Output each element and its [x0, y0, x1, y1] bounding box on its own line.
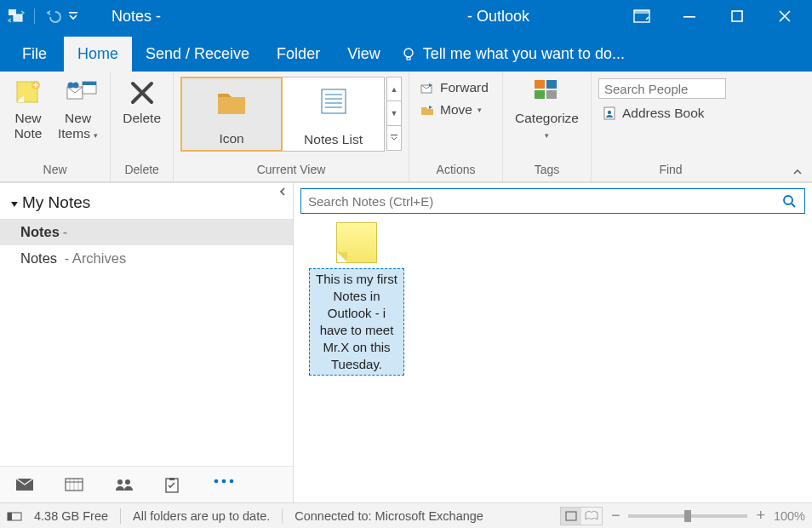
new-note-label: New Note — [14, 111, 43, 141]
svg-rect-1 — [14, 14, 22, 21]
nav-header[interactable]: My Notes — [0, 183, 293, 219]
zoom-out-button[interactable]: − — [611, 507, 620, 525]
move-label: Move — [440, 102, 472, 118]
nav-folder-notes-archives[interactable]: Notes - Archives — [0, 245, 293, 272]
view-notes-list-option[interactable]: Notes List — [283, 77, 385, 152]
new-items-icon — [64, 78, 98, 107]
calendar-module-icon[interactable] — [65, 477, 83, 492]
note-item[interactable]: This is my first Notes in Outlook - i ha… — [309, 222, 404, 376]
status-free-space: 4.38 GB Free — [34, 509, 108, 523]
svg-point-28 — [608, 111, 611, 114]
group-label-tags: Tags — [503, 161, 591, 181]
minimize-button[interactable] — [678, 4, 701, 28]
ribbon-group-delete: Delete Delete — [111, 72, 174, 181]
forward-icon — [420, 80, 435, 95]
note-caption: This is my first Notes in Outlook - i ha… — [309, 268, 404, 376]
svg-rect-25 — [535, 90, 545, 99]
svg-point-40 — [222, 479, 226, 484]
svg-rect-38 — [169, 478, 174, 480]
status-folder-sync: All folders are up to date. — [133, 509, 270, 523]
svg-point-39 — [214, 479, 219, 484]
group-label-new: New — [0, 161, 110, 181]
zoom-in-button[interactable]: + — [756, 507, 765, 525]
svg-rect-21 — [391, 135, 397, 135]
content-pane: This is my first Notes in Outlook - i ha… — [294, 183, 812, 502]
maximize-button[interactable] — [725, 4, 749, 28]
tab-folder[interactable]: Folder — [263, 37, 334, 72]
more-modules-icon[interactable] — [213, 477, 232, 492]
view-gallery: Icon Notes List ▲ ▼ — [180, 77, 402, 152]
svg-point-13 — [72, 83, 78, 89]
nav-collapse-icon[interactable] — [277, 187, 288, 197]
delete-icon — [128, 78, 157, 107]
tab-home[interactable]: Home — [64, 37, 132, 72]
svg-rect-46 — [566, 512, 576, 520]
address-book-button[interactable]: Address Book — [598, 104, 743, 123]
mail-module-icon[interactable] — [15, 477, 34, 492]
svg-rect-15 — [83, 82, 96, 85]
search-notes-input[interactable] — [301, 194, 774, 209]
ribbon-group-new: New Note New Items ▾ New — [0, 72, 111, 181]
gallery-expand[interactable] — [386, 126, 402, 151]
tasks-module-icon[interactable] — [163, 477, 182, 492]
nav-folder-suffix: - — [63, 224, 68, 239]
svg-rect-2 — [69, 12, 77, 14]
search-people-input[interactable] — [598, 78, 726, 99]
sticky-note-icon — [336, 222, 377, 263]
svg-point-35 — [117, 479, 123, 485]
new-note-button[interactable]: New Note — [7, 77, 49, 143]
svg-rect-45 — [8, 513, 12, 520]
svg-line-43 — [792, 204, 795, 207]
qat-send-receive-icon[interactable] — [7, 7, 26, 26]
view-icon-option[interactable]: Icon — [180, 77, 283, 152]
dropdown-caret-icon: ▾ — [94, 131, 98, 140]
group-label-find: Find — [592, 161, 750, 181]
qat-undo-icon[interactable] — [43, 7, 62, 26]
gallery-scroll-up[interactable]: ▲ — [386, 77, 402, 101]
forward-button[interactable]: Forward — [416, 78, 492, 97]
ribbon-group-tags: Categorize▾ Tags — [503, 72, 592, 181]
svg-rect-4 — [634, 10, 649, 14]
move-icon — [420, 102, 435, 118]
view-normal-button[interactable] — [561, 508, 581, 525]
tab-view[interactable]: View — [334, 37, 394, 72]
window-title-left: Notes - — [86, 8, 161, 26]
svg-rect-23 — [535, 80, 545, 89]
svg-rect-6 — [732, 11, 742, 21]
search-notes-box[interactable] — [300, 188, 805, 214]
gallery-scroll-down[interactable]: ▼ — [386, 101, 402, 126]
ribbon-tabs: File Home Send / Receive Folder View Tel… — [0, 32, 812, 72]
nav-folder-notes[interactable]: Notes- — [0, 219, 293, 245]
group-label-delete: Delete — [111, 161, 173, 181]
svg-rect-5 — [683, 16, 695, 18]
address-book-icon — [602, 106, 617, 121]
categorize-icon — [533, 78, 562, 102]
new-items-button[interactable]: New Items ▾ — [53, 77, 103, 145]
main-area: My Notes Notes- Notes - Archives This is… — [0, 182, 812, 502]
collapse-ribbon-icon[interactable] — [792, 166, 803, 178]
address-book-label: Address Book — [622, 106, 705, 121]
tell-me-search[interactable]: Tell me what you want to do... — [394, 45, 632, 72]
search-submit-icon[interactable] — [774, 193, 804, 209]
categorize-button[interactable]: Categorize▾ — [510, 77, 584, 145]
nav-folder-suffix: - Archives — [65, 250, 126, 266]
svg-rect-26 — [546, 90, 557, 99]
zoom-level[interactable]: 100% — [774, 509, 805, 523]
delete-label: Delete — [123, 111, 161, 126]
view-reading-button[interactable] — [581, 508, 602, 525]
svg-point-12 — [67, 83, 73, 89]
nav-folder-label: Notes — [20, 224, 60, 239]
move-button[interactable]: Move ▾ — [416, 100, 492, 119]
tab-send-receive[interactable]: Send / Receive — [132, 37, 263, 72]
ribbon: New Note New Items ▾ New Delete Delete — [0, 72, 812, 182]
qat-customize-icon[interactable] — [67, 7, 79, 26]
ribbon-display-options-icon[interactable] — [630, 4, 654, 28]
group-label-actions: Actions — [409, 161, 502, 181]
close-button[interactable] — [773, 4, 797, 28]
people-module-icon[interactable] — [114, 477, 133, 492]
disk-icon — [7, 510, 22, 522]
zoom-slider[interactable] — [628, 514, 747, 518]
svg-point-36 — [125, 479, 130, 485]
tab-file[interactable]: File — [5, 37, 64, 72]
delete-button[interactable]: Delete — [117, 77, 166, 128]
